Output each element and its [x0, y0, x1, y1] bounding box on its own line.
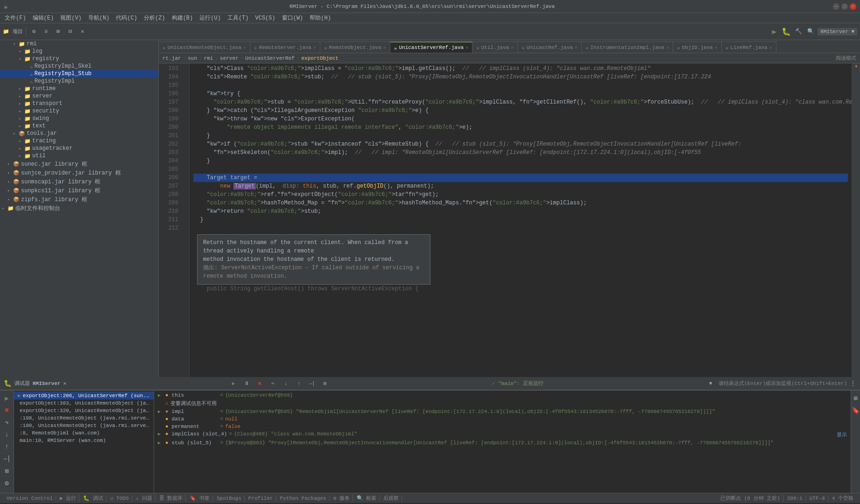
encoding-indicator[interactable]: UTF-8 [807, 496, 828, 501]
editor-tab-3[interactable]: ☕ UnicastServerRef.java ✕ [390, 42, 472, 53]
var-item-4[interactable]: ● permanent = false [154, 423, 851, 430]
tab-close-btn[interactable]: ✕ [666, 45, 669, 50]
tree-item-sunec-jar--library--[interactable]: ▸ 📦 sunec.jar library 框 [0, 160, 158, 168]
editor-tab-0[interactable]: ☕ UnicastRemoteObject.java ✕ [159, 42, 250, 53]
menu-item-z[interactable]: 分析(Z) [141, 13, 168, 23]
tab-close-btn[interactable]: ✕ [575, 45, 578, 50]
tree-item-rmi[interactable]: ▾ 📁 rmi [0, 40, 158, 48]
step-into-side-btn[interactable]: ↓ [1, 429, 13, 440]
toolbar-build-btn[interactable]: 🔨 [793, 27, 804, 37]
stop-btn[interactable]: ■ [254, 378, 265, 389]
toolbar-collapse-btn[interactable]: ⊟ [65, 27, 76, 37]
rest-btn[interactable]: 后观察 [381, 495, 402, 502]
tree-item-runtime[interactable]: ▸ 📁 runtime [0, 85, 158, 92]
database-btn[interactable]: 🗄 数据库 [156, 495, 186, 502]
bc-sun[interactable]: sun [188, 56, 197, 61]
menu-item-vcss[interactable]: VCS(S) [252, 14, 278, 22]
problems-btn[interactable]: ⚠ 问题 [133, 495, 155, 502]
tree-item-server[interactable]: ▸ 📁 server [0, 92, 158, 100]
var-link[interactable]: 显示 [837, 431, 847, 438]
python-packages-btn[interactable]: Python Packages [277, 496, 330, 501]
todo-status-btn[interactable]: ☑ TODO [107, 495, 132, 501]
tree-item-registry[interactable]: ▾ 📁 registry [0, 55, 158, 63]
maximize-button[interactable]: □ [841, 3, 848, 10]
var-item-6[interactable]: ▶ ● stub (slot_5) = {$Proxy0@863} "Proxy… [154, 439, 851, 447]
tree-item-util[interactable]: ▸ 📁 util [0, 152, 158, 160]
filter-btn[interactable]: ▼ [705, 378, 716, 389]
var-item-5[interactable]: ▶ ● implClass (slot_4) = {Class@488} "cl… [154, 430, 851, 439]
tree-item-registryimpl[interactable]: ☕ RegistryImpl [0, 77, 158, 85]
menu-item-c[interactable]: 代码(C) [113, 13, 140, 23]
step-out-side-btn[interactable]: ↑ [1, 441, 13, 452]
toolbar-run-btn[interactable]: ▶ [769, 27, 779, 37]
tab-close-btn[interactable]: ✕ [383, 45, 386, 50]
menu-item-v[interactable]: 视图(V) [57, 13, 85, 23]
stack-frame-0[interactable]: ▶exportObject:206, UnicastServerRef (sun… [14, 392, 154, 399]
tree-item-tracing[interactable]: ▸ 📁 tracing [0, 137, 158, 145]
bc-unicastserverref[interactable]: UnicastServerRef [245, 56, 295, 61]
step-out-btn[interactable]: ↑ [294, 378, 304, 389]
var-expand-icon[interactable]: ▶ [158, 409, 163, 414]
settings-side-btn[interactable]: ⚙ [1, 477, 13, 489]
git-status[interactable]: 已切断点 (6 分钟 之前) [718, 495, 783, 502]
stack-frame-1[interactable]: exportObject:383, UnicastRemoteObject (j… [14, 399, 154, 407]
menu-item-b[interactable]: 构建(B) [169, 13, 196, 23]
tree-item-registryimpl-skel[interactable]: ☕ RegistryImpl_Skel [0, 63, 158, 70]
tab-close-btn[interactable]: ✕ [715, 45, 718, 50]
spotbugs-btn[interactable]: SpotBugs [214, 496, 245, 501]
var-expand-icon[interactable]: ▶ [158, 431, 163, 437]
code-editor[interactable]: 1931941951961971981992002012022032042052… [159, 63, 852, 377]
editor-tab-7[interactable]: ☕ ObjID.java ✕ [673, 42, 722, 53]
tree-item-sunpkcs11-jar--library--[interactable]: ▸ 📦 sunpkcs11.jar library 框 [0, 186, 158, 195]
line-col-indicator[interactable]: 206:1 [784, 496, 806, 501]
more-btn[interactable]: ⋮ [850, 379, 856, 387]
toolbar-search-btn[interactable]: 🔍 [805, 27, 816, 37]
code-content[interactable]: "cls">Class "color:#a9b7c6;">implClass =… [190, 63, 852, 377]
tab-close-btn[interactable]: ✕ [769, 45, 772, 50]
search-btn[interactable]: 🔍 检索 [354, 495, 380, 502]
indent-indicator[interactable]: 4 个空格 [829, 495, 856, 502]
step-over-side-btn[interactable]: ↷ [1, 417, 13, 428]
run-to-cursor-side-btn[interactable]: →| [1, 453, 13, 464]
stack-frame-6[interactable]: main:10, RMIServer (wan.com) [14, 437, 154, 444]
tree-item-sunmscapi-jar--library--[interactable]: ▸ 📦 sunmscapi.jar library 框 [0, 177, 158, 186]
tree-item-zipfs-jar--library--[interactable]: ▸ 📦 zipfs.jar library 框 [0, 195, 158, 204]
editor-tab-6[interactable]: ☕ InstrumentationImpl.java ✕ [582, 42, 673, 53]
run-to-cursor-btn[interactable]: →| [307, 378, 317, 389]
editor-tab-5[interactable]: ☕ UnicastRef.java ✕ [518, 42, 582, 53]
editor-tab-4[interactable]: ☕ Util.java ✕ [472, 42, 518, 53]
tree-item-log[interactable]: ▾ 📁 log [0, 48, 158, 55]
editor-tab-8[interactable]: ☕ LiveRef.java ✕ [722, 42, 776, 53]
minimize-button[interactable]: ─ [833, 3, 839, 10]
tab-close-btn[interactable]: ✕ [511, 45, 514, 50]
stack-frame-4[interactable]: :180, UnicastRemoteObject (java.rmi.serv… [14, 422, 154, 429]
editor-tab-1[interactable]: ☕ RemoteServer.java ✕ [250, 42, 320, 53]
var-item-3[interactable]: ● data = null [154, 415, 851, 423]
menu-item-u[interactable]: 运行(U) [197, 13, 224, 23]
bc-rt[interactable]: rt.jar [162, 56, 181, 61]
resume-side-btn[interactable]: ▶ [1, 392, 13, 404]
menu-item-w[interactable]: 窗口(W) [279, 13, 306, 23]
var-expand-icon[interactable]: ▶ [158, 392, 163, 398]
menu-item-e[interactable]: 编辑(E) [30, 13, 57, 23]
toolbar-arrange-btn[interactable]: ≡ [41, 27, 51, 37]
tree-item-text[interactable]: ▸ 📁 text [0, 122, 158, 130]
bc-rmi[interactable]: rmi [204, 56, 213, 61]
close-session-btn[interactable]: ✕ [63, 380, 66, 386]
stack-frame-5[interactable]: :8, RemoteObjiml (wan.com) [14, 429, 154, 437]
menu-item-n[interactable]: 导航(N) [85, 13, 113, 23]
tree-item---------[interactable]: ▸ 📁 临时文件和控制台 [0, 204, 158, 213]
bookmark-right-btn[interactable]: 🔖 [850, 405, 860, 416]
close-button[interactable]: ✕ [850, 3, 856, 10]
var-item-1[interactable]: ⚠ 变量调试信息不可用 [154, 399, 851, 408]
stack-frame-3[interactable]: :198, UnicastRemoteObject (java.rmi.serv… [14, 414, 154, 422]
tree-item-usagetracker[interactable]: ▸ 📁 usagetracker [0, 145, 158, 152]
expand-right-btn[interactable]: ⊞ [850, 392, 860, 404]
run-status-btn[interactable]: ▶ 运行 [57, 495, 79, 502]
toolbar-settings-btn[interactable]: ⚙ [29, 27, 39, 37]
tree-item-swing[interactable]: ▸ 📁 swing [0, 115, 158, 122]
tree-item-security[interactable]: ▸ 📁 security [0, 107, 158, 115]
toolbar-close-btn[interactable]: ✕ [78, 27, 88, 37]
tree-item-tools-jar[interactable]: ▸ 📦 tools.jar [0, 130, 158, 137]
menu-item-t[interactable]: 工具(T) [225, 13, 252, 23]
